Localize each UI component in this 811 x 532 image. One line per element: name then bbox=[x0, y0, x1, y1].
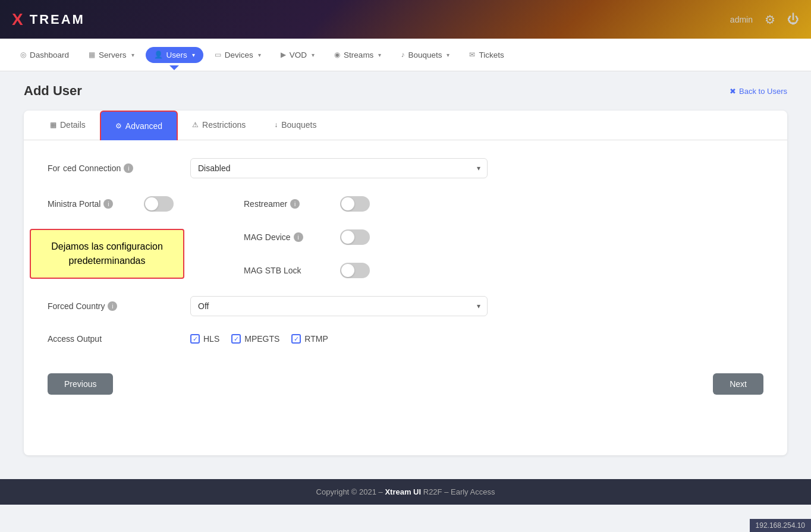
tabs: ▦ Details ⚙ Advanced ⚠ Restrictions ↓ Bo… bbox=[24, 111, 787, 140]
nav-dashboard[interactable]: ◎ Dashboard bbox=[12, 47, 77, 63]
ministra-restreamer-row: Ministra Portal i Restreamer i bbox=[48, 196, 763, 212]
mag-device-item: MAG Device i bbox=[244, 229, 392, 245]
hls-checkbox[interactable]: ✓ bbox=[190, 334, 200, 344]
bouquets-tab-icon: ↓ bbox=[274, 121, 278, 129]
forced-connection-label: Forced Connection i bbox=[48, 163, 178, 173]
tab-advanced[interactable]: ⚙ Advanced bbox=[100, 111, 178, 140]
tab-details[interactable]: ▦ Details bbox=[36, 111, 100, 140]
forced-country-row: Forced Country i Off ▾ bbox=[48, 296, 763, 316]
nav-dashboard-label: Dashboard bbox=[30, 51, 69, 59]
tickets-icon: ✉ bbox=[469, 51, 475, 59]
restreamer-info[interactable]: i bbox=[290, 199, 300, 209]
annotation-box: Dejamos las configuracion predeterminand… bbox=[30, 229, 184, 279]
power-icon[interactable]: ⏻ bbox=[787, 12, 799, 26]
header: X TREAM admin ⚙ ⏻ bbox=[0, 0, 811, 39]
forced-country-select[interactable]: Off bbox=[190, 296, 488, 316]
restreamer-item: Restreamer i bbox=[244, 196, 392, 212]
nav-bouquets[interactable]: ♪ Bouquets ▾ bbox=[392, 47, 458, 63]
access-output-label-text: Access Output bbox=[48, 334, 102, 344]
forced-country-info[interactable]: i bbox=[108, 301, 117, 311]
vod-icon: ▶ bbox=[281, 51, 286, 59]
ministra-portal-info[interactable]: i bbox=[103, 199, 113, 209]
rtmp-checkbox[interactable]: ✓ bbox=[291, 334, 301, 344]
nav-streams-label: Streams bbox=[344, 51, 373, 59]
tab-restrictions[interactable]: ⚠ Restrictions bbox=[178, 111, 260, 140]
footer-brand: Xtream UI bbox=[385, 487, 421, 496]
users-icon: 👤 bbox=[154, 51, 163, 59]
devices-icon: ▭ bbox=[215, 51, 221, 59]
annotation-text: Dejamos las configuracion predeterminand… bbox=[51, 241, 163, 266]
details-tab-icon: ▦ bbox=[50, 121, 56, 129]
mag-device-toggle[interactable] bbox=[340, 229, 370, 245]
mag-stb-lock-toggle[interactable] bbox=[340, 263, 370, 278]
access-output-checkboxes: ✓ HLS ✓ MPEGTS ✓ RTMP bbox=[190, 334, 328, 344]
servers-icon: ▦ bbox=[89, 51, 95, 59]
advanced-tab-icon: ⚙ bbox=[115, 122, 122, 130]
page-header: Add User ✖ Back to Users bbox=[24, 83, 787, 99]
nav-devices[interactable]: ▭ Devices ▾ bbox=[206, 47, 269, 63]
dashboard-icon: ◎ bbox=[20, 51, 26, 59]
ministra-portal-item: Ministra Portal i bbox=[48, 196, 196, 212]
mpegts-checkbox[interactable]: ✓ bbox=[231, 334, 241, 344]
restreamer-label-text: Restreamer bbox=[244, 199, 287, 209]
forced-connection-select-wrapper: Disabled ▾ bbox=[190, 158, 488, 178]
streams-icon: ◉ bbox=[334, 51, 340, 59]
footer-copyright: Copyright © 2021 – bbox=[316, 487, 385, 496]
settings-icon[interactable]: ⚙ bbox=[765, 12, 775, 27]
ip-address-badge: 192.168.254.10 bbox=[750, 519, 811, 532]
mag-device-info[interactable]: i bbox=[294, 232, 303, 242]
tab-details-label: Details bbox=[60, 120, 86, 130]
tab-bouquets[interactable]: ↓ Bouquets bbox=[260, 111, 331, 140]
next-button[interactable]: Next bbox=[713, 373, 763, 395]
forced-connection-info[interactable]: i bbox=[124, 163, 133, 173]
main-content: Dejamos las configuracion predeterminand… bbox=[0, 71, 811, 467]
access-output-label: Access Output bbox=[48, 334, 178, 344]
bouquets-arrow: ▾ bbox=[447, 52, 449, 58]
footer: Copyright © 2021 – Xtream UI R22F – Earl… bbox=[0, 479, 811, 505]
nav-streams[interactable]: ◉ Streams ▾ bbox=[326, 47, 389, 63]
mag-stb-lock-item: MAG STB Lock bbox=[244, 263, 392, 278]
mag-stb-lock-label-text: MAG STB Lock bbox=[244, 266, 301, 275]
forced-connection-row: Forced Connection i Disabled ▾ bbox=[48, 158, 763, 178]
form-navigation: Previous Next bbox=[24, 361, 787, 395]
forced-country-select-wrapper: Off ▾ bbox=[190, 296, 488, 316]
restreamer-label: Restreamer i bbox=[244, 199, 333, 209]
forced-connection-label-text: For bbox=[48, 163, 60, 173]
mag-device-label: MAG Device i bbox=[244, 232, 333, 242]
ministra-portal-toggle[interactable] bbox=[144, 196, 174, 212]
streams-arrow: ▾ bbox=[378, 52, 381, 58]
previous-button[interactable]: Previous bbox=[48, 373, 113, 395]
header-right: admin ⚙ ⏻ bbox=[730, 12, 799, 27]
restreamer-toggle[interactable] bbox=[340, 196, 370, 212]
access-output-row: Access Output ✓ HLS ✓ MPEGTS ✓ RTMP bbox=[48, 334, 763, 344]
mpegts-checkbox-item: ✓ MPEGTS bbox=[231, 334, 279, 344]
nav-tickets[interactable]: ✉ Tickets bbox=[461, 47, 512, 63]
back-to-users-link[interactable]: ✖ Back to Users bbox=[730, 87, 787, 96]
forced-connection-label-text2: ced Connection bbox=[63, 163, 121, 173]
nav-users-label: Users bbox=[166, 51, 187, 59]
tab-advanced-label: Advanced bbox=[125, 121, 162, 131]
back-label: Back to Users bbox=[739, 87, 787, 96]
bouquets-icon: ♪ bbox=[401, 51, 404, 59]
mag-device-label-text: MAG Device bbox=[244, 232, 291, 242]
logo-text: TREAM bbox=[30, 12, 85, 27]
nav-servers-label: Servers bbox=[99, 51, 127, 59]
restrictions-tab-icon: ⚠ bbox=[192, 121, 199, 129]
vod-arrow: ▾ bbox=[312, 52, 315, 58]
navbar: ◎ Dashboard ▦ Servers ▾ 👤 Users ▾ ▭ Devi… bbox=[0, 39, 811, 71]
servers-arrow: ▾ bbox=[131, 52, 134, 58]
nav-devices-label: Devices bbox=[225, 51, 253, 59]
hls-label: HLS bbox=[203, 334, 219, 344]
nav-tickets-label: Tickets bbox=[479, 51, 504, 59]
nav-users[interactable]: 👤 Users ▾ bbox=[146, 47, 203, 63]
rtmp-label: RTMP bbox=[304, 334, 328, 344]
nav-servers[interactable]: ▦ Servers ▾ bbox=[80, 47, 143, 63]
forced-connection-select[interactable]: Disabled bbox=[190, 158, 488, 178]
logo-x: X bbox=[12, 10, 25, 29]
forced-country-label-text: Forced Country bbox=[48, 301, 105, 311]
forced-country-label: Forced Country i bbox=[48, 301, 178, 311]
nav-vod[interactable]: ▶ VOD ▾ bbox=[272, 47, 323, 63]
devices-arrow: ▾ bbox=[258, 52, 261, 58]
ministra-portal-label: Ministra Portal i bbox=[48, 199, 137, 209]
page-title: Add User bbox=[24, 83, 82, 99]
